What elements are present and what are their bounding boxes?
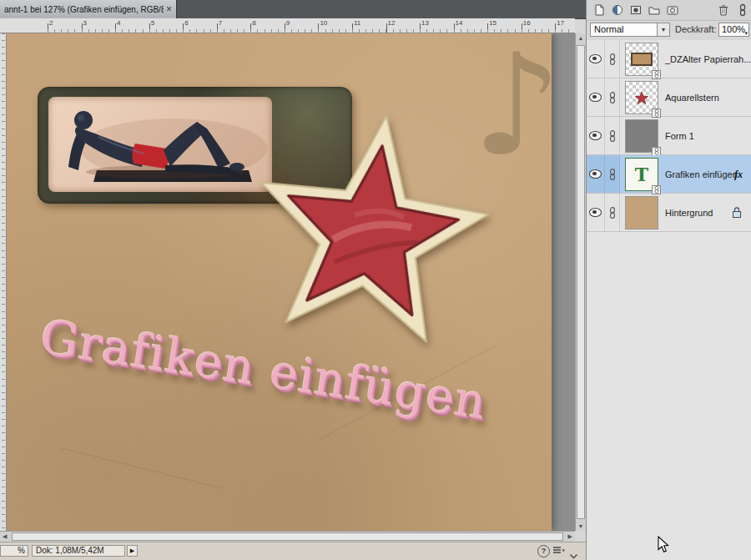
chain-link-icon [608, 207, 617, 219]
horizontal-scrollbar[interactable]: ◀ ▶ [0, 531, 575, 542]
status-bar: % Dok: 1,08M/5,42M ▶ ? [0, 542, 586, 560]
layer-visibility-toggle[interactable] [587, 194, 605, 231]
vertical-scrollbar[interactable]: ▲ ▼ [575, 33, 586, 531]
trash-icon[interactable] [717, 3, 730, 17]
panel-options-icon[interactable] [552, 545, 566, 560]
layer-name[interactable]: Aquarellstern [665, 78, 719, 117]
ruler-number: 8 [252, 19, 255, 27]
layer-name[interactable]: Hintergrund [665, 194, 713, 232]
music-note-graphic: ♪ [472, 35, 562, 175]
chevron-down-icon[interactable]: ▾ [744, 27, 748, 39]
ruler-major-tick [183, 23, 184, 33]
new-group-icon[interactable] [648, 3, 661, 17]
ruler-number: 10 [320, 19, 327, 27]
ruler-major-tick [420, 23, 421, 33]
layer-thumbnail[interactable] [625, 119, 658, 153]
opacity-input[interactable]: 100% ▾ [718, 23, 749, 37]
ruler-number: 4 [117, 19, 120, 27]
document-size-field: Dok: 1,08M/5,42M [32, 545, 125, 557]
canvas-viewport: Grafiken einfügen ♪ [7, 33, 575, 531]
layer-visibility-toggle[interactable] [587, 78, 605, 116]
layer-link-toggle[interactable] [605, 155, 620, 193]
statue-graphic [48, 97, 272, 192]
adjustment-layer-icon[interactable] [611, 3, 624, 17]
ruler-number: 7 [219, 19, 222, 27]
ruler-number: 5 [151, 19, 154, 27]
document-tab-title: annt-1 bei 127% (Grafiken einfügen, RGB/… [4, 5, 164, 14]
ruler-major-tick [487, 23, 488, 33]
scroll-up-icon[interactable]: ▲ [576, 35, 586, 41]
layer-visibility-toggle[interactable] [587, 155, 605, 193]
ruler-number: 2 [49, 19, 53, 27]
ruler-number: 15 [489, 19, 496, 27]
collapse-chevron-icon[interactable] [569, 547, 578, 560]
vertical-scroll-thumb[interactable] [577, 45, 585, 519]
layer-visibility-toggle[interactable] [587, 117, 605, 154]
lock-icon[interactable] [731, 206, 743, 222]
eye-icon [589, 131, 602, 140]
frame-thumbnail-graphic [631, 53, 653, 66]
layers-list: _DZAlter Papierrah... Aquarellstern [587, 40, 751, 560]
scroll-right-icon[interactable]: ▶ [568, 533, 572, 540]
layer-thumbnail[interactable] [625, 196, 658, 230]
scroll-left-icon[interactable]: ◀ [3, 533, 7, 540]
layer-link-toggle[interactable] [605, 117, 620, 154]
text-layer-letter: T [635, 164, 648, 185]
ruler-major-tick [82, 23, 83, 33]
zoom-field[interactable]: % [0, 545, 28, 557]
blend-mode-value: Normal [594, 24, 623, 34]
blend-mode-select[interactable]: Normal ▾ [590, 23, 670, 37]
layer-style-fx-icon[interactable]: fx [734, 169, 743, 181]
horizontal-scroll-thumb[interactable] [12, 532, 563, 541]
help-icon[interactable]: ? [537, 545, 550, 557]
ruler-major-tick [352, 23, 353, 33]
ruler-number: 11 [354, 19, 360, 27]
layer-row[interactable]: Hintergrund [587, 194, 751, 232]
layer-row-selected[interactable]: T Grafiken einfügen fx [587, 155, 751, 194]
document-canvas[interactable]: Grafiken einfügen ♪ [7, 33, 552, 531]
layer-row[interactable]: Aquarellstern [587, 78, 751, 117]
document-tab[interactable]: annt-1 bei 127% (Grafiken einfügen, RGB/… [0, 0, 177, 18]
layer-thumbnail[interactable]: T [625, 158, 658, 191]
ruler-number: 13 [421, 19, 429, 27]
ruler-major-tick [454, 23, 455, 33]
layer-visibility-toggle[interactable] [587, 40, 605, 78]
link-layers-icon[interactable] [737, 3, 750, 17]
tab-close-icon[interactable]: × [166, 4, 172, 14]
layer-name[interactable]: _DZAlter Papierrah... [665, 40, 751, 78]
layer-mask-icon[interactable] [629, 3, 643, 17]
eye-icon [589, 54, 602, 63]
layer-row[interactable]: _DZAlter Papierrah... [587, 40, 751, 78]
star-thumbnail-graphic [633, 89, 651, 106]
layer-name[interactable]: Grafiken einfügen [665, 155, 738, 194]
ruler-number: 16 [523, 19, 531, 27]
chain-link-icon [608, 169, 617, 180]
statue-photo [48, 97, 272, 192]
layer-thumbnail[interactable] [625, 81, 658, 114]
status-options-button[interactable]: ▶ [127, 545, 138, 557]
chevron-down-icon[interactable]: ▾ [657, 23, 669, 36]
ruler-number: 17 [557, 19, 564, 27]
layer-link-toggle[interactable] [605, 78, 620, 116]
ruler-major-tick [149, 23, 150, 33]
scroll-down-icon[interactable]: ▼ [576, 523, 586, 529]
layer-thumbnail[interactable] [625, 43, 658, 76]
watercolor-star-graphic [229, 94, 512, 377]
new-layer-icon[interactable] [592, 3, 606, 17]
ruler-major-tick [285, 23, 285, 33]
vertical-ruler[interactable] [0, 33, 7, 531]
document-tab-bar: annt-1 bei 127% (Grafiken einfügen, RGB/… [0, 0, 586, 19]
layer-link-toggle[interactable] [605, 194, 620, 231]
ruler-major-tick [386, 23, 387, 33]
effects-icon[interactable] [666, 3, 679, 17]
ruler-major-tick [318, 23, 319, 33]
layer-name[interactable]: Form 1 [665, 117, 694, 155]
layer-link-toggle[interactable] [605, 40, 620, 78]
layer-row[interactable]: Form 1 [587, 117, 751, 155]
ruler-major-tick [48, 23, 48, 33]
layers-panel-controls: Normal ▾ Deckkraft: 100% ▾ [587, 20, 751, 41]
eye-icon [589, 93, 602, 102]
photoshop-elements-window: annt-1 bei 127% (Grafiken einfügen, RGB/… [0, 0, 751, 560]
horizontal-ruler[interactable]: 234567891011121314151617 [0, 18, 575, 33]
opacity-value: 100% [722, 24, 745, 34]
